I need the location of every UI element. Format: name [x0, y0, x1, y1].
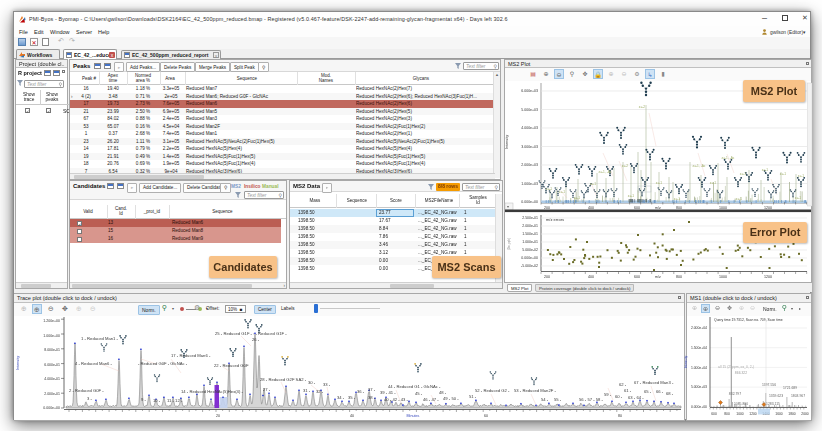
svg-text:200: 200	[544, 275, 550, 279]
svg-text:z=-1: z=-1	[628, 194, 635, 198]
svg-text:1.500e-01: 1.500e-01	[522, 232, 538, 236]
svg-text:5.000e-02: 5.000e-02	[522, 248, 538, 252]
svg-text:z=-1: z=-1	[656, 181, 663, 185]
svg-text:Intensity: Intensity	[16, 356, 20, 370]
svg-text:56 - 57 - 58 -: 56 - 57 - 58 -	[579, 397, 604, 402]
svg-text:▾: ▾	[507, 204, 509, 209]
svg-text:4.000e-01: 4.000e-01	[44, 377, 60, 381]
svg-text:600: 600	[711, 412, 717, 416]
svg-text:0.000e+00: 0.000e+00	[43, 406, 60, 410]
svg-text:866.322: 866.322	[735, 371, 747, 375]
svg-text:28 - Reduced G2F SA2 -: 28 - Reduced G2F SA2 -	[260, 377, 307, 382]
svg-text:80: 80	[618, 414, 622, 418]
svg-text:2.000e-01: 2.000e-01	[44, 392, 60, 396]
svg-text:33 -: 33 -	[323, 382, 331, 387]
svg-text:40 - 42 - 43 -: 40 - 42 - 43 -	[384, 397, 409, 402]
svg-text:0.000e+00: 0.000e+00	[691, 405, 707, 409]
svg-text:67 - Reduced Man3 -: 67 - Reduced Man3 -	[634, 380, 674, 385]
svg-text:1803.967: 1803.967	[791, 394, 805, 398]
svg-text:- Reduced G0F - GlcNAc -: - Reduced G0F - GlcNAc -	[138, 361, 188, 366]
svg-text:44 - Reduced G1 - GlcNAc -: 44 - Reduced G1 - GlcNAc -	[388, 384, 441, 389]
svg-text:m/z: m/z	[655, 275, 661, 279]
svg-text:z=-1: z=-1	[590, 182, 597, 186]
svg-text:2.000e+04: 2.000e+04	[691, 326, 707, 330]
svg-text:600: 600	[634, 275, 640, 279]
svg-text:59 -: 59 -	[604, 392, 612, 397]
svg-text:37 -: 37 -	[368, 387, 376, 392]
svg-text:m/z: m/z	[655, 206, 661, 210]
svg-text:1283.115: 1283.115	[766, 402, 780, 406]
svg-text:1200: 1200	[764, 206, 772, 210]
svg-text:45 -: 45 -	[415, 391, 423, 396]
svg-text:26 -: 26 -	[252, 337, 260, 342]
svg-text:z=-1: z=-1	[574, 196, 581, 200]
svg-text:200: 200	[544, 206, 550, 210]
svg-text:m/z errors: m/z errors	[546, 217, 564, 222]
svg-text:20: 20	[216, 414, 220, 418]
svg-text:6.000e-01: 6.000e-01	[44, 363, 60, 367]
svg-text:22 - Reduced G0F: 22 - Reduced G0F	[214, 363, 249, 368]
svg-text:27 -: 27 -	[263, 387, 271, 392]
svg-text:31 -: 31 -	[303, 388, 311, 393]
svg-text:z=-1: z=-1	[798, 174, 805, 178]
svg-text:39 - 41 -: 39 - 41 -	[380, 390, 396, 395]
svg-text:z=-2: z=-2	[622, 164, 629, 168]
svg-text:Query time 19.7312, Scan no. 7: Query time 19.7312, Scan no. 709, Scan t…	[714, 318, 783, 322]
svg-text:z=-1, -Ac: z=-1, -Ac	[599, 170, 612, 174]
svg-text:1.500e+04: 1.500e+04	[691, 346, 707, 350]
svg-text:z=-1, -Ac: z=-1, -Ac	[722, 156, 735, 160]
svg-text:1721.689: 1721.689	[783, 386, 797, 390]
svg-text:14 - Reduced HexNAc(5)Hex(4) -: 14 - Reduced HexNAc(5)Hex(4) -	[181, 389, 244, 394]
svg-text:Minutes: Minutes	[407, 414, 420, 418]
svg-text:400: 400	[588, 206, 594, 210]
svg-text:3.000e+03: 3.000e+03	[521, 145, 538, 149]
svg-text:z=-1: z=-1	[546, 187, 553, 191]
svg-text:68 -: 68 -	[666, 391, 674, 396]
svg-text:z=-1: z=-1	[780, 172, 787, 176]
svg-text:0.000e+00: 0.000e+00	[521, 256, 538, 260]
svg-text:800: 800	[724, 412, 730, 416]
svg-text:z=-1: z=-1	[740, 172, 747, 176]
svg-text:1085.800: 1085.800	[734, 402, 748, 406]
svg-text:1.000e+03: 1.000e+03	[521, 182, 538, 186]
svg-text:65 -: 65 -	[644, 389, 652, 394]
svg-text:1200: 1200	[749, 412, 757, 416]
svg-text:3 -: 3 -	[87, 396, 92, 401]
svg-text:all 15 (25ppm, ox_0, 2-): all 15 (25ppm, ox_0, 2-)	[718, 365, 754, 369]
svg-text:-5.000e-02: -5.000e-02	[521, 264, 538, 268]
svg-text:60: 60	[484, 414, 488, 418]
svg-text:55 -: 55 -	[554, 397, 562, 402]
svg-text:800: 800	[676, 206, 682, 210]
svg-text:17 - Reduced Man6 -: 17 - Reduced Man6 -	[171, 353, 211, 358]
svg-text:52 - Reduced G2 -: 52 - Reduced G2 -	[475, 388, 510, 393]
svg-text:6.000e+03: 6.000e+03	[521, 89, 538, 93]
svg-text:1 - Reduced Man1 -: 1 - Reduced Man1 -	[81, 336, 119, 341]
svg-text:66 -: 66 -	[656, 389, 664, 394]
svg-text:800: 800	[676, 275, 682, 279]
svg-text:(Da, ppb): (Da, ppb)	[507, 238, 511, 250]
svg-text:z=-1: z=-1	[762, 168, 769, 172]
svg-text:z=-1, -Ac: z=-1, -Ac	[693, 164, 706, 168]
svg-text:53 - Reduced Man2F -: 53 - Reduced Man2F -	[514, 388, 557, 393]
svg-text:4 - Reduced Man6 -: 4 - Reduced Man6 -	[75, 361, 113, 366]
svg-text:1000: 1000	[719, 206, 727, 210]
svg-text:62 -: 62 -	[619, 382, 627, 387]
svg-text:35 -: 35 -	[348, 395, 356, 400]
svg-text:Intensity: Intensity	[684, 355, 688, 368]
svg-text:30 -: 30 -	[308, 380, 316, 385]
svg-text:2.500e-01: 2.500e-01	[522, 216, 538, 220]
svg-text:0.000e+00: 0.000e+00	[521, 200, 538, 204]
svg-text:1.000e+00: 1.000e+00	[43, 334, 60, 338]
svg-text:25 - Reduced G1F - : - Reduced: 25 - Reduced G1F - : - Reduced G1F -	[215, 331, 287, 336]
svg-text:34 -: 34 -	[337, 395, 345, 400]
svg-text:2.000e-01: 2.000e-01	[522, 224, 538, 228]
svg-text:1200: 1200	[764, 275, 772, 279]
svg-text:1359.623: 1359.623	[769, 394, 783, 398]
svg-text:9 -: 9 -	[141, 397, 146, 402]
svg-text:2.000e+03: 2.000e+03	[521, 163, 538, 167]
svg-text:832.797: 832.797	[729, 392, 741, 396]
svg-text:z=-1: z=-1	[736, 197, 743, 201]
svg-text:1000: 1000	[719, 275, 727, 279]
svg-text:54 -: 54 -	[541, 397, 549, 402]
svg-text:46 - 47 -: 46 - 47 -	[423, 397, 439, 402]
